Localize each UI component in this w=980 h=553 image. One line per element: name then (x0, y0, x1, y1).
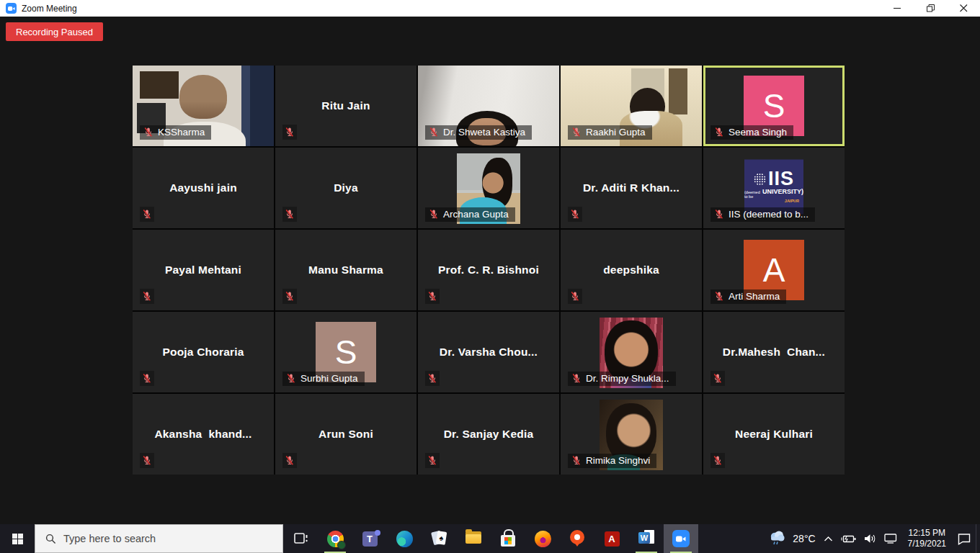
name-label: Dr. Rimpy Shukla... (568, 372, 676, 386)
participant-tile[interactable]: Dr. Shweta Kastiya (418, 66, 559, 146)
participant-tile[interactable]: Dr. Rimpy Shukla... (561, 312, 702, 392)
participant-tile[interactable]: Diya (275, 148, 416, 228)
participant-tile[interactable]: AArti Sharma (703, 230, 845, 310)
search-icon (45, 534, 56, 544)
window-titlebar: Zoom Meeting (0, 0, 980, 17)
system-tray: 28°C 12:15 PM 7/19/2021 (767, 528, 976, 549)
participant-tile[interactable]: Manu Sharma (275, 230, 416, 310)
taskbar-app-zoom[interactable] (664, 524, 698, 553)
muted-mic-icon (282, 207, 297, 222)
participant-tile[interactable]: Pooja Choraria (133, 312, 274, 392)
iis-logo-word: IIS (768, 170, 794, 187)
participant-tile[interactable]: Neeraj Kulhari (703, 394, 845, 475)
acrobat-icon: A (605, 531, 620, 547)
muted-mic-icon (710, 371, 725, 386)
name-label: Dr. Shweta Kastiya (425, 125, 532, 140)
participant-tile[interactable]: Akansha khand... (133, 394, 274, 475)
muted-mic-icon (714, 127, 724, 138)
taskbar-app-edge[interactable] (387, 524, 422, 553)
participant-name: Surbhi Gupta (300, 373, 358, 384)
participant-name: KSSharma (158, 127, 205, 138)
participant-name: Dr. Rimpy Shukla... (586, 373, 669, 384)
muted-mic-icon (571, 373, 582, 384)
taskbar-app-firefox[interactable] (525, 524, 560, 553)
participant-tile[interactable]: Dr. Varsha Chou... (418, 312, 559, 392)
weather-rain-icon (767, 530, 788, 548)
start-button[interactable] (0, 524, 35, 553)
iis-globe-icon (754, 173, 766, 185)
minimize-button[interactable] (881, 0, 914, 17)
taskbar-app-file-explorer[interactable] (456, 524, 491, 553)
participant-tile[interactable]: Ritu Jain (275, 66, 416, 146)
name-label: Seema Singh (710, 125, 793, 140)
participant-tile[interactable]: Prof. C. R. Bishnoi (418, 230, 559, 310)
muted-mic-icon (425, 453, 440, 468)
muted-mic-icon (425, 289, 440, 304)
taskbar-app-solitaire[interactable]: ♠ (422, 524, 456, 553)
iis-university-logo: IIS(deemed to beUNIVERSITY)JAIPUR (744, 159, 803, 214)
participant-name: Rimika Singhvi (586, 455, 650, 466)
participant-tile[interactable]: Dr. Sanjay Kedia (418, 394, 559, 475)
name-label: IIS (deemed to b... (710, 207, 815, 222)
volume-icon[interactable] (864, 534, 876, 544)
battery-icon[interactable] (841, 534, 856, 544)
muted-mic-icon (282, 289, 297, 304)
muted-mic-icon (429, 127, 439, 138)
iis-university-text: UNIVERSITY) (762, 188, 803, 195)
muted-mic-icon (429, 209, 439, 220)
meeting-stage: Recording Paused KSSharmaRitu JainDr. Sh… (0, 17, 980, 524)
participant-tile[interactable]: Dr. Aditi R Khan... (561, 148, 702, 228)
participant-name: Raakhi Gupta (586, 127, 646, 138)
muted-mic-icon (140, 289, 154, 304)
action-center-icon[interactable] (957, 533, 971, 545)
participant-tile[interactable]: Aayushi jain (133, 148, 274, 228)
search-placeholder: Type here to search (63, 533, 156, 544)
zoom-app-icon (6, 3, 17, 14)
restore-button[interactable] (914, 0, 947, 17)
taskbar-apps: T♠AW (318, 524, 698, 553)
muted-mic-icon (568, 289, 582, 304)
clock-date: 7/19/2021 (908, 539, 946, 549)
participant-grid: KSSharmaRitu JainDr. Shweta KastiyaRaakh… (133, 66, 845, 475)
participant-name: Archana Gupta (443, 209, 509, 220)
edge-icon (396, 531, 413, 547)
taskbar-app-microsoft-store[interactable] (491, 524, 525, 553)
windows-taskbar: Type here to search T♠AW 28°C 12:15 PM 7… (0, 524, 980, 553)
muted-mic-icon (286, 373, 296, 384)
weather-widget[interactable]: 28°C (767, 530, 815, 548)
clock-time: 12:15 PM (908, 528, 946, 539)
show-desktop-button[interactable] (976, 524, 980, 553)
muted-mic-icon (571, 455, 582, 466)
participant-name: Arti Sharma (729, 291, 780, 302)
participant-tile[interactable]: SSeema Singh (703, 66, 845, 146)
participant-tile[interactable]: KSSharma (133, 66, 274, 146)
muted-mic-icon (140, 453, 154, 468)
taskbar-app-acrobat[interactable]: A (594, 524, 629, 553)
muted-mic-icon (143, 127, 153, 138)
participant-tile[interactable]: IIS(deemed to beUNIVERSITY)JAIPURIIS (de… (703, 148, 845, 228)
taskbar-app-chrome[interactable] (318, 524, 352, 553)
network-icon[interactable] (884, 534, 897, 544)
participant-tile[interactable]: Dr.Mahesh Chan... (703, 312, 845, 392)
name-label: Rimika Singhvi (568, 454, 656, 468)
search-input[interactable]: Type here to search (35, 524, 283, 553)
participant-tile[interactable]: Payal Mehtani (133, 230, 274, 310)
task-view-button[interactable] (283, 524, 318, 553)
taskbar-app-maps[interactable] (560, 524, 594, 553)
taskbar-app-word[interactable]: W (629, 524, 664, 553)
name-label: Raakhi Gupta (568, 125, 652, 140)
participant-tile[interactable]: Raakhi Gupta (561, 66, 702, 146)
participant-tile[interactable]: deepshika (561, 230, 702, 310)
taskbar-clock[interactable]: 12:15 PM 7/19/2021 (908, 528, 946, 549)
windows-logo-icon (12, 534, 23, 544)
close-button[interactable] (947, 0, 980, 17)
participant-tile[interactable]: Arun Soni (275, 394, 416, 475)
participant-tile[interactable]: Rimika Singhvi (561, 394, 702, 475)
participant-tile[interactable]: SSurbhi Gupta (275, 312, 416, 392)
taskbar-app-teams[interactable]: T (352, 524, 387, 553)
participant-tile[interactable]: Archana Gupta (418, 148, 559, 228)
muted-mic-icon (714, 291, 724, 302)
hidden-icons-chevron[interactable] (824, 536, 833, 542)
name-label: Arti Sharma (710, 289, 786, 304)
muted-mic-icon (714, 209, 724, 220)
